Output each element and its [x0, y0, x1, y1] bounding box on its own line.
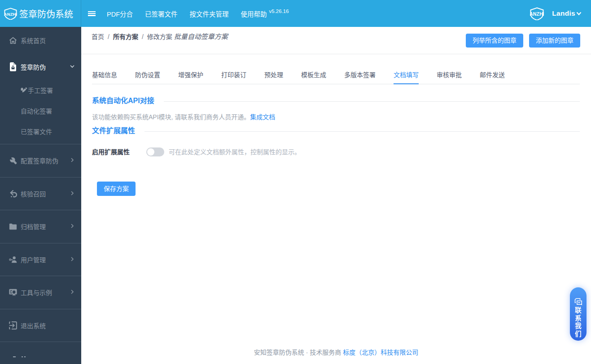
svg-text:ANZHI: ANZHI: [4, 12, 17, 16]
svg-text:ANZHI: ANZHI: [530, 11, 544, 17]
